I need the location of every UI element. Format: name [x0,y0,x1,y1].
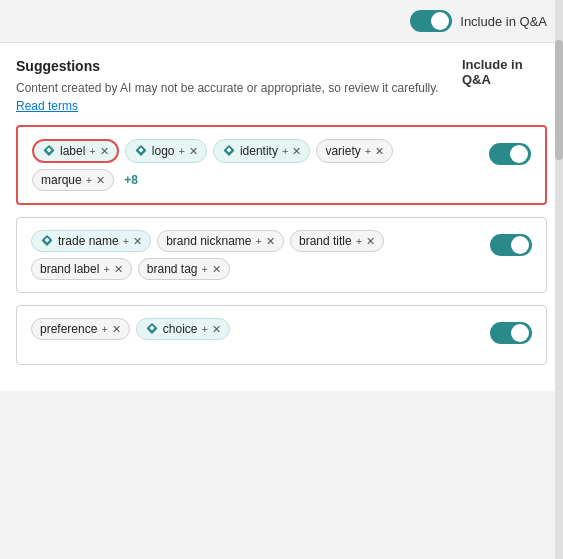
scrollbar-thumb[interactable] [555,40,563,160]
ai-icon-identity [222,144,236,158]
card-3-toggle[interactable] [490,322,532,344]
suggestions-header: Suggestions [16,57,462,75]
tag-brand-tag: brand tag + ✕ [138,258,230,280]
tag-trade-name-text: trade name [58,234,119,248]
tag-trade-name-x[interactable]: ✕ [133,235,142,248]
top-include-qna-toggle[interactable] [410,10,452,32]
tag-label-text: label [60,144,85,158]
ai-icon-trade-name [40,234,54,248]
top-toggle-label: Include in Q&A [460,14,547,29]
tag-brand-nickname: brand nickname + ✕ [157,230,284,252]
tag-preference: preference + ✕ [31,318,130,340]
tag-preference-x[interactable]: ✕ [112,323,121,336]
include-qna-header-label: Include in Q&A [462,57,547,87]
top-bar: Include in Q&A [0,0,563,43]
tag-brand-label-plus[interactable]: + [103,263,109,275]
suggestions-description: Content created by AI may not be accurat… [16,81,439,95]
tag-brand-title: brand title + ✕ [290,230,384,252]
tag-brand-nickname-x[interactable]: ✕ [266,235,275,248]
tag-trade-name: trade name + ✕ [31,230,151,252]
tag-marque: marque + ✕ [32,169,114,191]
tag-brand-tag-plus[interactable]: + [202,263,208,275]
tag-brand-nickname-text: brand nickname [166,234,251,248]
ai-icon-logo [134,144,148,158]
tag-choice-text: choice [163,322,198,336]
tag-brand-label-x[interactable]: ✕ [114,263,123,276]
tag-choice-x[interactable]: ✕ [212,323,221,336]
suggestion-card-3: preference + ✕ choice + ✕ [16,305,547,365]
suggestions-header-left: Suggestions Content created by AI may no… [16,57,462,113]
tag-label-plus[interactable]: + [89,145,95,157]
card-1-toggle[interactable] [489,143,531,165]
suggestion-card-1: label + ✕ logo + ✕ identity [16,125,547,205]
ai-icon [42,144,56,158]
tag-variety: variety + ✕ [316,139,393,163]
tag-variety-text: variety [325,144,360,158]
scrollbar[interactable] [555,0,563,559]
tag-brand-tag-x[interactable]: ✕ [212,263,221,276]
tag-brand-title-plus[interactable]: + [356,235,362,247]
tag-label-x[interactable]: ✕ [100,145,109,158]
tag-marque-x[interactable]: ✕ [96,174,105,187]
tag-brand-label: brand label + ✕ [31,258,132,280]
tag-label: label + ✕ [32,139,119,163]
tag-brand-nickname-plus[interactable]: + [256,235,262,247]
tag-brand-title-text: brand title [299,234,352,248]
suggestion-card-2: trade name + ✕ brand nickname + ✕ brand … [16,217,547,293]
suggestions-header-row: Suggestions Content created by AI may no… [16,57,547,113]
tag-identity-text: identity [240,144,278,158]
card-2-tags: trade name + ✕ brand nickname + ✕ brand … [31,230,478,280]
tag-preference-plus[interactable]: + [101,323,107,335]
tag-choice: choice + ✕ [136,318,230,340]
tag-logo-plus[interactable]: + [178,145,184,157]
card-1-tags: label + ✕ logo + ✕ identity [32,139,477,191]
tag-preference-text: preference [40,322,97,336]
top-toggle-wrapper: Include in Q&A [410,10,547,32]
suggestions-title: Suggestions [16,58,100,74]
tag-brand-label-text: brand label [40,262,99,276]
card-3-tags: preference + ✕ choice + ✕ [31,318,478,340]
tag-logo: logo + ✕ [125,139,207,163]
more-badge-card1[interactable]: +8 [120,169,142,191]
tag-logo-text: logo [152,144,175,158]
tag-brand-tag-text: brand tag [147,262,198,276]
tag-marque-plus[interactable]: + [86,174,92,186]
tag-brand-title-x[interactable]: ✕ [366,235,375,248]
ai-icon-choice [145,322,159,336]
main-content: Suggestions Content created by AI may no… [0,43,563,391]
tag-logo-x[interactable]: ✕ [189,145,198,158]
tag-identity-plus[interactable]: + [282,145,288,157]
card-2-toggle[interactable] [490,234,532,256]
tag-choice-plus[interactable]: + [202,323,208,335]
tag-trade-name-plus[interactable]: + [123,235,129,247]
tag-variety-x[interactable]: ✕ [375,145,384,158]
tag-marque-text: marque [41,173,82,187]
tag-identity: identity + ✕ [213,139,310,163]
tag-identity-x[interactable]: ✕ [292,145,301,158]
tag-variety-plus[interactable]: + [365,145,371,157]
suggestions-subtext: Content created by AI may not be accurat… [16,81,462,113]
read-terms-link[interactable]: Read terms [16,99,78,113]
